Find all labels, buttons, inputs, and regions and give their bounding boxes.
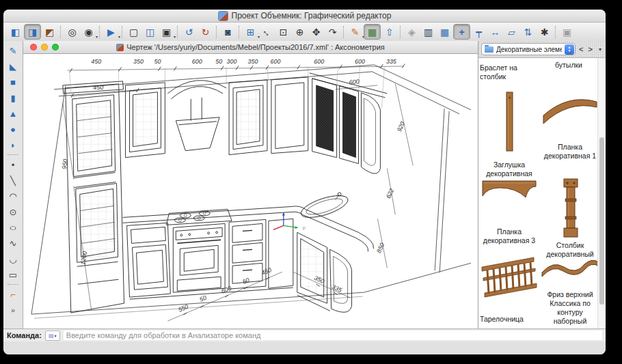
- axis-gizmo: Y: [273, 212, 306, 232]
- line-icon[interactable]: ╲: [5, 173, 21, 188]
- levels-icon[interactable]: ⇅: [520, 25, 536, 39]
- kitchen-wireframe: 450 350 50 600 50 300 350 600 600 600 33…: [23, 54, 478, 329]
- library-list: Браслет на столбик бутылки Заглушка деко…: [478, 58, 606, 329]
- materials-icon[interactable]: ◈: [404, 25, 420, 39]
- main-toolbar: ◧ ◨ ◩ ◎ ◉▾ ▶▾ ▢ ◫ ▣▾ ↺ ↻ ◙ ⊞▾ ↔ ⊡ ⊕ ✥ ↷ …: [3, 23, 606, 42]
- decorative-strip-1-thumbnail: [541, 94, 599, 128]
- spline-icon[interactable]: ∿: [5, 236, 21, 251]
- drawing-canvas[interactable]: 450 350 50 600 50 300 350 600 600 600 33…: [23, 54, 478, 329]
- cone-icon[interactable]: ▲: [5, 106, 21, 121]
- close-button[interactable]: [30, 44, 37, 51]
- cap-post-thumbnail: [481, 89, 538, 155]
- scene-view-icon[interactable]: ▥: [420, 25, 436, 39]
- save-document-icon[interactable]: ▣▾: [159, 25, 174, 39]
- hemisphere-icon[interactable]: ◗: [5, 137, 21, 152]
- viewport-icon[interactable]: ◙: [220, 25, 236, 39]
- scrollbar-thumb[interactable]: [599, 137, 604, 305]
- svg-text:50: 50: [215, 58, 222, 65]
- svg-text:450: 450: [91, 58, 101, 65]
- category-select[interactable]: Декоративные элементы ▲▼: [481, 43, 576, 55]
- redo-icon[interactable]: ↻: [198, 25, 213, 39]
- main-titlebar[interactable]: Проект Объемник: Графический редактор: [3, 10, 606, 23]
- document-titlebar[interactable]: Чертеж '/Users/yuriy/Documents/Mebel/Про…: [23, 41, 478, 54]
- command-input[interactable]: [64, 331, 602, 340]
- render-photo-icon[interactable]: ◎: [64, 25, 80, 39]
- ellipse-icon[interactable]: ○: [5, 220, 21, 235]
- library-item[interactable]: Фриз верхний Классика по контуру наборны…: [540, 255, 600, 326]
- select-tool-icon[interactable]: ▶▾: [103, 25, 119, 39]
- settings-icon[interactable]: ✱: [537, 25, 552, 39]
- view-mode-icon[interactable]: ⊞▾: [243, 25, 258, 39]
- library-item[interactable]: Столбик декоративный: [540, 173, 600, 259]
- width-tool-icon[interactable]: ↔: [487, 25, 503, 39]
- point-icon[interactable]: •: [5, 157, 21, 172]
- sphere-icon[interactable]: ●: [5, 122, 21, 137]
- arc-icon[interactable]: ◠: [5, 188, 21, 204]
- add-element-icon[interactable]: +: [453, 24, 470, 40]
- svg-text:450: 450: [93, 84, 103, 91]
- solid-pencil-icon[interactable]: ✎: [5, 43, 21, 58]
- cube-blue-icon[interactable]: ◧: [8, 25, 23, 39]
- library-item[interactable]: Тарелочница: [480, 255, 539, 324]
- minimize-button[interactable]: [41, 44, 48, 51]
- decorative-strip-3-thumbnail: [481, 177, 538, 208]
- library-item[interactable]: Планка декоративная 1: [540, 77, 600, 160]
- select-stepper-icon[interactable]: ▲▼: [565, 44, 574, 55]
- svg-text:Y: Y: [302, 225, 306, 232]
- import-model-icon[interactable]: ⇧: [381, 25, 397, 39]
- cube-outline-icon[interactable]: ◨: [24, 24, 41, 40]
- decor-panel-toggle-icon[interactable]: ▦: [364, 24, 381, 40]
- next-category-button[interactable]: >: [586, 45, 593, 53]
- zoom-button[interactable]: [52, 44, 59, 51]
- left-toolbar: ✎ ◣ ■ ▮ ▲ ● ◗ • ╲ ◠ ⊙ ○ ∿ ◡ ▭ ⌐ »: [3, 41, 23, 329]
- zoom-extents-icon[interactable]: ↔: [259, 25, 275, 39]
- new-document-icon[interactable]: ▢: [126, 25, 141, 39]
- paint-style-icon[interactable]: ✎▾: [347, 25, 363, 39]
- copy-fragment-icon[interactable]: ▱: [504, 25, 519, 39]
- svg-text:920: 920: [396, 121, 406, 133]
- open-document-icon[interactable]: ◫: [142, 25, 158, 39]
- table-icon[interactable]: ▦: [437, 25, 452, 39]
- command-bar: Команда: ▤ ▾: [3, 328, 606, 341]
- pan-icon[interactable]: ✥: [308, 25, 324, 39]
- library-item-label: Планка декоративная 1: [540, 143, 600, 160]
- svg-text:350: 350: [133, 58, 144, 65]
- document-title: Чертеж '/Users/yuriy/Documents/Mebel/Про…: [126, 43, 385, 51]
- more-tools-icon[interactable]: »: [5, 303, 21, 318]
- library-item[interactable]: бутылки: [541, 61, 596, 70]
- library-item[interactable]: Заглушка декоративная: [480, 77, 539, 178]
- zoom-in-icon[interactable]: ⊕: [292, 25, 308, 39]
- wedge-icon[interactable]: ◣: [5, 59, 21, 74]
- folder-icon: [485, 46, 493, 53]
- camera-icon[interactable]: ◉▾: [81, 25, 96, 39]
- command-label: Команда:: [7, 331, 42, 339]
- orbit-icon[interactable]: ↷: [325, 25, 340, 39]
- panel-scrollbar[interactable]: [597, 58, 606, 329]
- svg-text:50: 50: [241, 277, 250, 285]
- decorative-column-thumbnail: [541, 177, 599, 240]
- app-title: Проект Объемник: Графический редактор: [232, 11, 392, 20]
- circle-icon[interactable]: ⊙: [5, 204, 21, 219]
- undo-icon[interactable]: ↺: [181, 25, 197, 39]
- svg-text:600: 600: [192, 58, 202, 65]
- panel-icon[interactable]: ▮: [5, 90, 21, 105]
- library-item-label: Фриз верхний Классика по контуру наборны…: [540, 290, 600, 326]
- fillet-icon[interactable]: ⌐: [5, 287, 21, 302]
- zoom-window-icon[interactable]: ⊡: [275, 25, 291, 39]
- svg-text:335: 335: [331, 283, 344, 294]
- library-item-label: бутылки: [555, 61, 582, 70]
- prev-category-button[interactable]: <: [578, 45, 584, 53]
- dropdown-arrow-icon: ▾: [118, 34, 120, 39]
- cube-brown-icon[interactable]: ◩: [42, 25, 57, 39]
- command-history-icon[interactable]: ▤ ▾: [45, 331, 60, 341]
- box-icon[interactable]: ■: [5, 74, 21, 89]
- svg-text:335: 335: [386, 58, 397, 65]
- arc-3pt-icon[interactable]: ◡: [5, 251, 21, 266]
- rectangle-icon[interactable]: ▭: [5, 267, 21, 282]
- library-item[interactable]: Планка декоративная 3: [480, 173, 539, 245]
- svg-text:600: 600: [314, 58, 324, 65]
- save-all-icon[interactable]: ▣: [559, 25, 575, 39]
- add-post-icon[interactable]: ┯: [471, 25, 487, 39]
- svg-text:50: 50: [154, 58, 161, 65]
- panel-menu-icon[interactable]: ▾: [599, 46, 603, 53]
